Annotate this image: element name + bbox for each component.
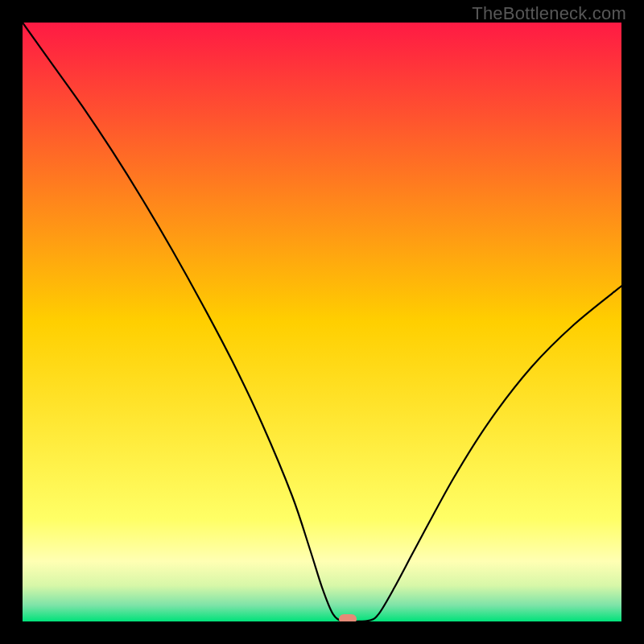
optimal-point-marker [339, 614, 357, 621]
chart-frame: TheBottleneck.com [0, 0, 644, 644]
chart-svg [23, 23, 621, 621]
plot-area [23, 23, 621, 621]
watermark-text: TheBottleneck.com [472, 3, 626, 24]
gradient-background [23, 23, 621, 621]
